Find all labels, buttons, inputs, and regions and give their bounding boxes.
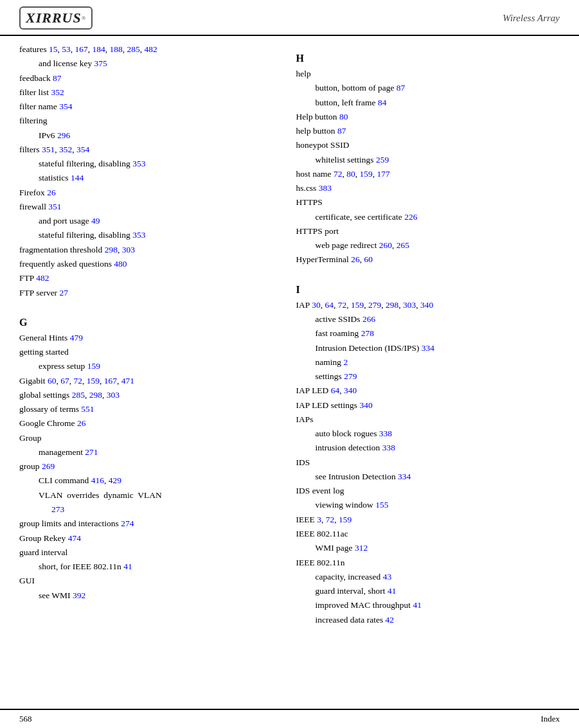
entry-filter-name: filter name 354 (19, 100, 277, 114)
entry-features: features 15, 53, 167, 184, 188, 285, 482… (19, 42, 277, 71)
entry-ids-event-log: IDS event log viewing window 155 (296, 484, 560, 513)
right-column: H help button, bottom of page 87 button,… (290, 42, 560, 702)
entry-help-button: help button 87 (296, 124, 560, 138)
entry-filtering: filtering IPv6 296 (19, 114, 277, 143)
entry-gui: GUI see WMI 392 (19, 574, 277, 603)
entry-filter-list: filter list 352 (19, 85, 277, 100)
content: features 15, 53, 167, 184, 188, 285, 482… (0, 36, 579, 709)
entry-https: HTTPS certificate, see certificate 226 (296, 195, 560, 224)
entry-group-rekey: Group Rekey 474 (19, 531, 277, 546)
entry-firefox: Firefox 26 (19, 186, 277, 200)
entry-faq: frequently asked questions 480 (19, 257, 277, 271)
entry-ids: IDS see Intrusion Detection 334 (296, 456, 560, 484)
entry-gigabit: Gigabit 60, 67, 72, 159, 167, 471 (19, 374, 277, 388)
entry-feedback: feedback 87 (19, 71, 277, 85)
entry-iap-led-settings: IAP LED settings 340 (296, 398, 560, 413)
entry-help-button-cap: Help button 80 (296, 110, 560, 124)
entry-global-settings: global settings 285, 298, 303 (19, 388, 277, 402)
entry-ftp-server: FTP server 27 (19, 286, 277, 300)
entry-ftp: FTP 482 (19, 271, 277, 285)
entry-honeypot-ssid: honeypot SSID whitelist settings 259 (296, 138, 560, 167)
entry-google-chrome: Google Chrome 26 (19, 416, 277, 431)
entry-ieee-80211n: IEEE 802.11n capacity, increased 43 guar… (296, 556, 560, 627)
entry-firewall: firewall 351 and port usage 49 stateful … (19, 200, 277, 243)
logo-text: XIRRUS (26, 10, 82, 26)
entry-hs-css: hs.css 383 (296, 181, 560, 195)
entry-guard-interval: guard interval short, for IEEE 802.11n 4… (19, 546, 277, 574)
entry-https-port: HTTPS port web page redirect 260, 265 (296, 224, 560, 253)
logo-box: XIRRUS® (19, 6, 93, 30)
left-column: features 15, 53, 167, 184, 188, 285, 482… (19, 42, 290, 702)
entry-help: help button, bottom of page 87 button, l… (296, 67, 560, 110)
section-i: I (296, 284, 560, 296)
entry-hyperterminal: HyperTerminal 26, 60 (296, 253, 560, 267)
entry-fragmentation: fragmentation threshold 298, 303 (19, 243, 277, 257)
logo-reg: ® (82, 15, 86, 21)
footer-section: Index (540, 714, 560, 724)
entry-filters: filters 351, 352, 354 stateful filtering… (19, 143, 277, 186)
entry-host-name: host name 72, 80, 159, 177 (296, 167, 560, 181)
page: XIRRUS® Wireless Array features 15, 53, … (0, 0, 579, 728)
entry-ieee-80211ac: IEEE 802.11ac WMI page 312 (296, 527, 560, 556)
logo: XIRRUS® (19, 6, 93, 30)
entry-glossary: glossary of terms 551 (19, 402, 277, 416)
entry-iap: IAP 30, 64, 72, 159, 279, 298, 303, 340 … (296, 298, 560, 384)
header: XIRRUS® Wireless Array (0, 0, 579, 36)
section-h: H (296, 53, 560, 64)
section-g: G (19, 317, 277, 328)
entry-group: group 269 CLI command 416, 429 VLAN over… (19, 459, 277, 517)
entry-general-hints: General Hints 479 (19, 331, 277, 345)
entry-iaps: IAPs auto block rogues 338 intrusion det… (296, 413, 560, 456)
entry-group-limits: group limits and interactions 274 (19, 517, 277, 531)
header-title: Wireless Array (503, 13, 560, 24)
entry-group-cap: Group management 271 (19, 431, 277, 460)
entry-iap-led: IAP LED 64, 340 (296, 384, 560, 398)
entry-getting-started: getting started express setup 159 (19, 345, 277, 374)
entry-ieee: IEEE 3, 72, 159 (296, 513, 560, 527)
footer-page-number: 568 (19, 714, 32, 724)
footer: 568 Index (0, 709, 579, 728)
